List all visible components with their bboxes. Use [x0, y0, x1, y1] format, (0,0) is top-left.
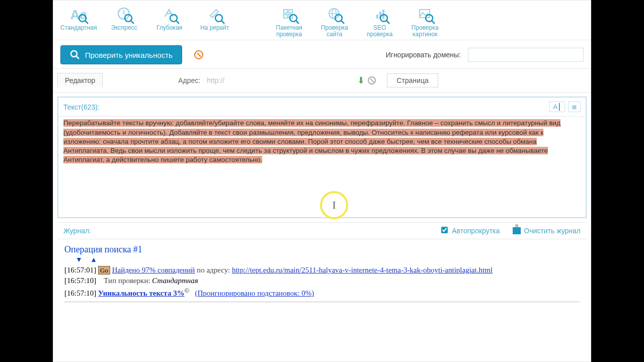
uniqueness-link[interactable]: Уникальность текста 3%: [98, 289, 185, 297]
tool-label: Пакетная проверка: [276, 25, 302, 38]
journal-title: Журнал:: [63, 227, 91, 235]
search-icon: [70, 50, 80, 60]
address-label: Адрес:: [178, 76, 200, 84]
svg-point-26: [380, 15, 387, 22]
stop-icon[interactable]: [194, 50, 203, 59]
svg-rect-13: [289, 10, 292, 13]
match-link[interactable]: Найдено 97% совпадений: [112, 266, 195, 274]
svg-line-17: [296, 21, 299, 24]
log-time: [16:57:10]: [64, 277, 96, 285]
editor-content: Перерабатывайте тексты вручную: добавляй…: [63, 119, 560, 163]
substitutions-link[interactable]: (Проигнорировано подстановок: 0%): [195, 289, 314, 297]
tool-batch[interactable]: Пакетная проверка: [271, 5, 307, 38]
svg-line-30: [432, 21, 435, 24]
svg-point-21: [335, 15, 342, 22]
text-panel: Текст(623): A┃ ≣ Перерабатывайте тексты …: [57, 97, 587, 218]
journal-divider: [64, 302, 580, 302]
clear-journal-button[interactable]: Очистить журнал: [513, 227, 581, 235]
editor-header: Редактор Адрес: ⬇ Страница: [53, 68, 591, 93]
tool-label: Стандартная: [60, 25, 97, 31]
log-line-2: [16:57:10] Тип проверки: Стандартная: [64, 277, 580, 285]
check-button-label: Проверить уникальность: [85, 51, 173, 59]
source-url[interactable]: http://tept.edu.ru/main/2511-halyava-v-i…: [232, 266, 493, 274]
tool-site[interactable]: Проверка сайта: [316, 5, 353, 38]
font-tool-button[interactable]: A┃: [549, 102, 565, 112]
svg-point-29: [426, 15, 433, 22]
svg-rect-14: [284, 15, 287, 18]
text-count-label: Текст(623):: [63, 103, 100, 111]
tool-label: На рерайт: [200, 25, 229, 31]
layout-tool-button[interactable]: ≣: [568, 102, 581, 112]
editor-tab[interactable]: Редактор: [57, 73, 103, 88]
svg-rect-23: [376, 15, 378, 19]
check-type-value: Стандартная: [152, 277, 198, 285]
tool-label: Экспресс: [111, 25, 137, 31]
magnifier-icon: [289, 14, 300, 25]
svg-line-11: [221, 21, 224, 24]
svg-rect-12: [284, 10, 287, 13]
svg-line-6: [131, 21, 134, 24]
clear-journal-label: Очистить журнал: [524, 227, 581, 235]
tool-standard[interactable]: Aа Стандартная: [60, 5, 97, 38]
brush-icon: [513, 227, 521, 234]
tool-rewrite[interactable]: На рерайт: [197, 5, 233, 38]
log-line-1: [16:57:01] Go Найдено 97% совпадений по …: [64, 266, 580, 275]
svg-line-9: [176, 21, 179, 24]
autoscroll-toggle[interactable]: Автопрокрутка: [441, 227, 500, 235]
log-line-3: [16:57:10] Уникальность текста 3%© (Прои…: [64, 287, 580, 298]
main-toolbar: Aа Стандартная Экспресс Глубокая Н: [53, 1, 591, 40]
tool-images[interactable]: Проверка картинок: [407, 5, 443, 38]
svg-line-22: [341, 21, 344, 24]
svg-point-31: [71, 51, 77, 57]
cursor-indicator: I: [320, 191, 348, 219]
check-type-label: Тип проверки:: [104, 277, 152, 285]
tool-express[interactable]: Экспресс: [106, 5, 142, 38]
svg-point-0: [79, 15, 86, 22]
check-uniqueness-button[interactable]: Проверить уникальность: [60, 45, 182, 64]
page-tab[interactable]: Страница: [387, 73, 438, 87]
svg-point-8: [170, 15, 177, 22]
tool-deep[interactable]: Глубокая: [151, 5, 188, 38]
download-icon[interactable]: ⬇: [357, 75, 365, 86]
svg-point-16: [290, 15, 297, 22]
magnifier-icon: [379, 14, 390, 25]
cancel-icon[interactable]: [368, 76, 376, 84]
magnifier-icon: [425, 14, 436, 25]
tool-label: Проверка картинок: [412, 25, 439, 38]
svg-point-5: [125, 15, 132, 22]
autoscroll-checkbox[interactable]: [441, 227, 448, 233]
svg-line-32: [76, 56, 79, 59]
copyright-sup: ©: [185, 287, 190, 294]
address-input[interactable]: [203, 73, 354, 87]
magnifier-icon: [214, 14, 225, 25]
tool-seo[interactable]: SEO проверка: [362, 5, 398, 38]
log-time: [16:57:01]: [64, 266, 96, 274]
magnifier-icon: [169, 14, 180, 25]
action-row: Проверить уникальность Игнорировать доме…: [53, 40, 591, 68]
log-time: [16:57:10]: [64, 289, 96, 297]
magnifier-icon: [78, 14, 89, 25]
ignore-domains-input[interactable]: [468, 48, 584, 62]
autoscroll-label: Автопрокрутка: [452, 227, 500, 235]
svg-point-10: [215, 15, 222, 22]
sort-arrows[interactable]: ▼ ▲: [75, 256, 580, 264]
svg-line-1: [85, 21, 88, 24]
journal-body: Операция поиска #1 ▼ ▲ [16:57:01] Go Най…: [57, 239, 587, 305]
magnifier-icon: [124, 14, 135, 25]
svg-line-27: [386, 21, 389, 24]
operation-title: Операция поиска #1: [64, 244, 580, 255]
journal-header: Журнал: Автопрокрутка Очистить журнал: [57, 222, 587, 239]
log-text: по адресу:: [197, 266, 232, 274]
tool-label: Глубокая: [156, 25, 182, 31]
ignore-domains-label: Игнорировать домены:: [386, 51, 461, 59]
tool-label: Проверка сайта: [321, 25, 348, 38]
tool-label: SEO проверка: [367, 25, 393, 38]
magnifier-icon: [334, 14, 345, 25]
go-badge[interactable]: Go: [98, 266, 110, 275]
text-editor[interactable]: Перерабатывайте тексты вручную: добавляй…: [58, 117, 586, 217]
